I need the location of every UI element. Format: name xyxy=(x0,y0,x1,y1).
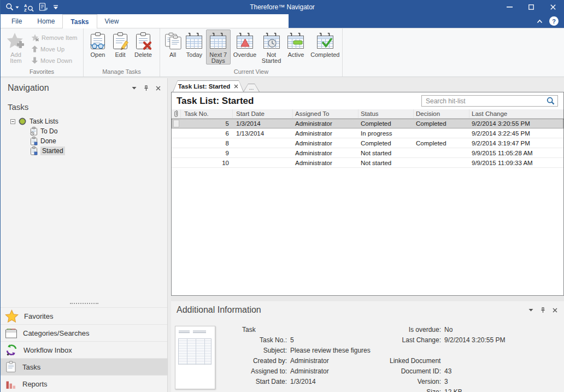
column-header-status[interactable]: Status xyxy=(359,109,414,118)
document-tab-task-list-started[interactable]: Task List: Started xyxy=(173,80,244,92)
move-up-icon xyxy=(31,45,38,52)
info-label: Task xyxy=(236,326,287,334)
panel-divider[interactable] xyxy=(171,296,564,301)
move-up-button: Move Up xyxy=(31,44,77,54)
tab-file[interactable]: File xyxy=(4,14,30,28)
document-tab-overflow[interactable]: ... xyxy=(243,84,260,92)
refresh-hitlist-icon[interactable] xyxy=(39,3,48,12)
tree-item-done[interactable]: Done xyxy=(30,136,167,146)
navigation-panel: Navigation Tasks Task Lists To Do Done S… xyxy=(1,78,168,392)
add-item-button: Add Item xyxy=(3,30,28,65)
sidebar-splitter[interactable] xyxy=(1,301,167,306)
close-panel-icon[interactable] xyxy=(156,86,161,91)
open-button[interactable]: Open xyxy=(86,30,109,58)
close-panel-icon[interactable] xyxy=(553,308,557,313)
table-row[interactable]: 10AdministratorNot started9/9/2015 11:09… xyxy=(172,158,563,168)
document-tab-label: Task List: Started xyxy=(178,83,231,90)
info-value: Administrator xyxy=(290,357,329,365)
panel-menu-icon[interactable] xyxy=(528,308,533,312)
column-header-task-no[interactable]: Task No. xyxy=(181,109,233,118)
attachment-column-header[interactable] xyxy=(172,109,181,118)
table-cell: Administrator xyxy=(293,150,359,156)
column-header-last-change[interactable]: Last Change xyxy=(469,109,563,118)
info-row: Task xyxy=(236,324,371,335)
table-row[interactable]: 61/13/2014AdministratorIn progress9/2/20… xyxy=(172,128,563,138)
workflow-icon xyxy=(5,344,18,356)
search-input[interactable] xyxy=(422,97,547,105)
view-completed-button[interactable]: Completed xyxy=(308,30,342,58)
table-row[interactable]: 8AdministratorCompletedCompleted9/2/2014… xyxy=(172,138,563,148)
titlebar: AZ Therefore™ Navigator xyxy=(1,0,564,14)
sidebar-item-tasks[interactable]: Tasks xyxy=(1,358,167,375)
tree-collapse-icon[interactable] xyxy=(10,119,15,124)
sidebar-item-favorites[interactable]: Favorites xyxy=(1,307,167,324)
reports-icon xyxy=(5,378,17,390)
info-label: Start Date: xyxy=(236,378,287,385)
help-icon[interactable]: ? xyxy=(549,16,559,26)
overdue-icon xyxy=(236,32,254,50)
column-header-start-date[interactable]: Start Date xyxy=(233,109,293,118)
table-cell: Not started xyxy=(359,150,414,156)
group-label-manage-tasks: Manage Tasks xyxy=(84,68,160,75)
customize-qat-icon[interactable] xyxy=(53,5,58,10)
info-label: Assigned to: xyxy=(236,367,287,375)
search-icon[interactable] xyxy=(547,97,555,105)
table-cell: 10 xyxy=(181,160,233,166)
view-not-started-button[interactable]: Not Started xyxy=(259,30,284,65)
view-overdue-button[interactable]: Overdue xyxy=(232,30,258,58)
info-value: 3 xyxy=(444,378,448,385)
close-tab-icon[interactable] xyxy=(234,84,238,89)
delete-button[interactable]: Delete xyxy=(131,30,155,58)
sidebar-item-reports[interactable]: Reports xyxy=(1,375,167,392)
panel-menu-icon[interactable] xyxy=(132,86,137,90)
table-row[interactable]: 9AdministratorNot started9/9/2015 11:05:… xyxy=(172,148,563,158)
paperclip-icon xyxy=(174,110,178,118)
maximize-button[interactable] xyxy=(520,0,542,14)
search-menu-icon[interactable] xyxy=(5,3,19,11)
tab-tasks[interactable]: Tasks xyxy=(62,14,97,28)
edit-icon xyxy=(111,32,130,50)
pin-icon[interactable] xyxy=(143,85,149,91)
pin-icon[interactable] xyxy=(540,307,546,313)
info-label: Created by: xyxy=(236,357,287,365)
column-header-decision[interactable]: Decision xyxy=(414,109,469,118)
minimize-button[interactable] xyxy=(498,0,520,14)
column-header-assigned-to[interactable]: Assigned To xyxy=(293,109,359,118)
table-cell: 5 xyxy=(181,120,233,127)
done-list-icon xyxy=(30,137,38,145)
document-thumbnail[interactable] xyxy=(175,326,215,389)
table-cell: Not started xyxy=(359,160,414,166)
view-today-button[interactable]: Today xyxy=(184,30,205,58)
collapse-ribbon-icon[interactable] xyxy=(537,19,543,24)
tree-item-started[interactable]: Started xyxy=(30,146,167,156)
table-cell: Administrator xyxy=(293,160,359,166)
tasks-icon xyxy=(5,361,17,373)
table-cell: 9/2/2014 3:22:45 PM xyxy=(469,130,563,137)
tab-home[interactable]: Home xyxy=(30,14,62,28)
move-down-button: Move Down xyxy=(31,55,77,66)
sort-search-icon[interactable]: AZ xyxy=(24,3,34,12)
table-row[interactable]: 51/3/2014AdministratorCompletedCompleted… xyxy=(172,119,563,128)
view-next7days-button[interactable]: Next 7 Days xyxy=(206,30,231,65)
info-row: Subject:Please review these figures xyxy=(236,345,371,355)
info-row: Assigned to:Administrator xyxy=(236,366,371,376)
tree-item-task-lists[interactable]: Task Lists xyxy=(10,116,167,126)
table-cell: In progress xyxy=(359,130,414,137)
window-controls xyxy=(498,0,564,14)
view-all-button[interactable]: All xyxy=(163,30,183,58)
tab-view[interactable]: View xyxy=(97,14,127,28)
main-area: Task List: Started ... Task List: Starte… xyxy=(171,78,564,392)
close-button[interactable] xyxy=(542,0,564,14)
edit-button[interactable]: Edit xyxy=(110,30,130,58)
info-row: Size:12 KB xyxy=(383,387,505,392)
tree-item-todo[interactable]: To Do xyxy=(30,126,167,136)
sidebar-item-categories-searches[interactable]: Categories/Searches xyxy=(1,324,167,341)
document-tabstrip: Task List: Started ... xyxy=(171,78,564,92)
table-cell xyxy=(172,120,181,127)
window-title: Therefore™ Navigator xyxy=(1,3,564,11)
info-right: Is overdue:NoLast Change:9/2/2014 3:20:5… xyxy=(383,324,505,392)
view-active-button[interactable]: Active xyxy=(285,30,307,58)
titlebar-extension: ? xyxy=(289,14,564,28)
therefore-navigator-window: { "window": { "title": "Therefore™ Navig… xyxy=(0,0,564,392)
sidebar-item-workflow-inbox[interactable]: Workflow Inbox xyxy=(1,341,167,358)
